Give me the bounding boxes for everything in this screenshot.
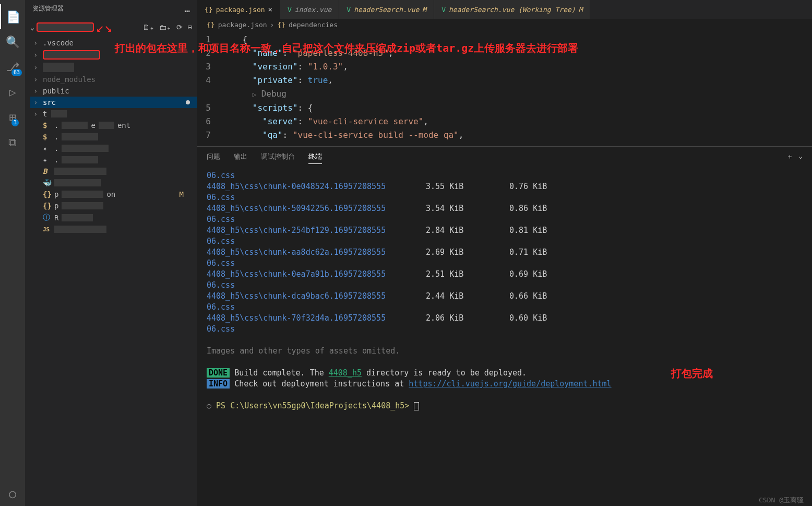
new-folder-icon[interactable]: 🗀₊: [159, 23, 171, 31]
explorer-icon[interactable]: 📄: [0, 4, 25, 29]
folder-node-modules[interactable]: ›node_modules: [30, 74, 197, 85]
extensions-icon[interactable]: ⊞3: [0, 104, 25, 130]
tab-debug-console[interactable]: 调试控制台: [261, 152, 295, 164]
tab-problems[interactable]: 问题: [207, 152, 220, 164]
vue-icon: V: [347, 6, 351, 14]
vue-icon: V: [441, 6, 446, 14]
bottom-panel: 问题 输出 调试控制台 终端 ＋ ⌄ 06.css4408_h5\css\chu…: [197, 146, 812, 506]
file-row[interactable]: {}p: [30, 200, 197, 211]
project-row[interactable]: ⌄ ↙↘ 🗎₊ 🗀₊ ⟳ ⊟: [25, 17, 197, 37]
file-row[interactable]: $.: [30, 131, 197, 143]
explorer-sidebar: 资源管理器 … ⌄ ↙↘ 🗎₊ 🗀₊ ⟳ ⊟ ›.vscode › › ›nod…: [25, 0, 197, 506]
terminal[interactable]: 06.css4408_h5\css\chunk-0e048524.1695720…: [197, 167, 812, 417]
file-row[interactable]: B: [30, 166, 197, 177]
file-package-json[interactable]: {}ponM: [30, 189, 197, 200]
new-file-icon[interactable]: 🗎₊: [142, 23, 154, 31]
chevron-down-icon[interactable]: ⌄: [798, 152, 803, 164]
file-row[interactable]: ✦.: [30, 143, 197, 154]
file-readme[interactable]: ⓘR: [30, 211, 197, 224]
editor-area: {}package.json× Vindex.vue VheaderSearch…: [197, 0, 812, 506]
annotation-arrow-icon: ↙↘: [96, 19, 112, 35]
project-name-obscured: [37, 22, 94, 32]
file-row[interactable]: 🐳: [30, 177, 197, 189]
editor-tabs: {}package.json× Vindex.vue VheaderSearch…: [197, 0, 812, 19]
file-row[interactable]: ✦.: [30, 154, 197, 166]
folder-t-obscured[interactable]: ›t: [30, 108, 197, 120]
braces-icon: {}: [205, 6, 213, 14]
tab-package-json[interactable]: {}package.json×: [197, 0, 280, 19]
folder-vscode[interactable]: ›.vscode: [30, 37, 197, 49]
tab-output[interactable]: 输出: [234, 152, 247, 164]
collapse-icon[interactable]: ⊟: [188, 23, 192, 31]
more-icon[interactable]: …: [184, 3, 190, 14]
vue-icon: V: [288, 6, 292, 14]
braces-icon: {}: [277, 21, 285, 29]
refresh-icon[interactable]: ⟳: [176, 23, 183, 31]
new-terminal-icon[interactable]: ＋: [786, 152, 793, 164]
scm-badge: 63: [11, 69, 22, 76]
breadcrumbs[interactable]: {}package.json›{}dependencies: [197, 19, 812, 31]
panel-tabs: 问题 输出 调试控制台 终端 ＋ ⌄: [197, 147, 812, 167]
code-editor[interactable]: 1 {2 "name": "paperless-4408-h5",3 "vers…: [197, 31, 812, 146]
file-js[interactable]: JS: [30, 224, 197, 234]
folder-obscured[interactable]: ›: [30, 49, 197, 61]
tab-headersearch-wt[interactable]: VheaderSearch.vue (Working Tree) M: [434, 0, 590, 19]
search-icon[interactable]: 🔍: [0, 29, 25, 54]
close-icon[interactable]: ×: [268, 5, 272, 14]
folder-obscured-2[interactable]: ›: [30, 61, 197, 74]
file-tree: ›.vscode › › ›node_modules ›public ›src …: [25, 37, 197, 506]
source-control-icon[interactable]: ⎇63: [0, 54, 25, 79]
explorer-title: 资源管理器: [32, 4, 64, 13]
chevron-down-icon: ⌄: [30, 23, 34, 31]
folder-public[interactable]: ›public: [30, 85, 197, 97]
braces-icon: {}: [207, 21, 215, 29]
watermark: CSDN @玉离骚: [759, 496, 804, 505]
remote-icon[interactable]: ⧉: [0, 130, 25, 155]
tab-headersearch[interactable]: VheaderSearch.vue M: [339, 0, 434, 19]
file-row[interactable]: $.eent: [30, 120, 197, 131]
explorer-header: 资源管理器 …: [25, 0, 197, 17]
run-icon[interactable]: ▷: [0, 79, 25, 104]
tab-index-vue[interactable]: Vindex.vue: [280, 0, 339, 19]
ext-badge: 3: [11, 119, 19, 126]
activity-bar: 📄 🔍 ⎇63 ▷ ⊞3 ⧉ ◯: [0, 0, 25, 506]
account-icon[interactable]: ◯: [0, 481, 25, 506]
folder-src[interactable]: ›src: [30, 97, 197, 108]
tab-terminal[interactable]: 终端: [308, 152, 322, 164]
